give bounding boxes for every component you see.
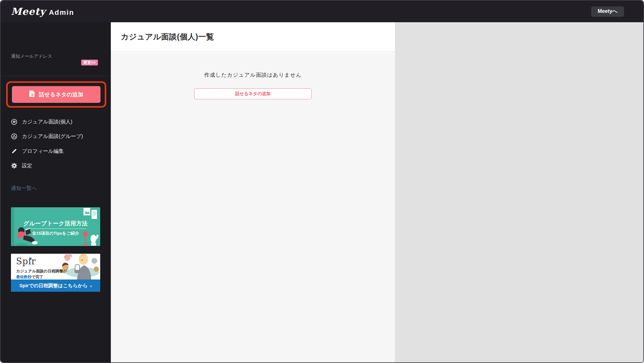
page-title: カジュアル面談(個人)一覧 bbox=[121, 32, 214, 42]
spir-logo: Spir bbox=[16, 256, 36, 266]
sidebar-item-label: カジュアル面談(グループ) bbox=[22, 133, 83, 140]
comment-circle-icon bbox=[11, 119, 17, 125]
spir-cta-label: Spirでの日程調整はこちらから bbox=[19, 283, 88, 289]
empty-state-message: 作成したカジュアル面談はありません bbox=[111, 72, 395, 79]
spir-banner[interactable]: Spir カジュアル面談の日程調整が 最短数秒で完了 Spirでの日程調整はこち… bbox=[11, 254, 100, 292]
sidebar-item-label: 設定 bbox=[22, 162, 32, 169]
gear-icon bbox=[11, 162, 17, 169]
meety-admin-logo: Meety Admin bbox=[11, 6, 74, 17]
sidebar-item-settings[interactable]: 設定 bbox=[11, 161, 32, 171]
group-circle-icon bbox=[11, 133, 17, 140]
go-to-meety-button[interactable]: Meetyへ bbox=[591, 6, 624, 17]
spir-banner-line1: カジュアル面談の日程調整が bbox=[16, 269, 67, 274]
main-content: 作成したカジュアル面談はありません 話せるネタの追加 bbox=[111, 51, 395, 363]
sidebar-item-label: プロフィール編集 bbox=[22, 148, 64, 155]
pencil-icon bbox=[11, 148, 17, 154]
sidebar: 通知メールアドレス 変更>> 話せるネタの追加 bbox=[1, 22, 111, 363]
sidebar-item-casual-interview-personal[interactable]: カジュアル面談(個人) bbox=[11, 117, 72, 127]
notifications-list-link[interactable]: 通知一覧へ bbox=[11, 185, 37, 192]
sidebar-divider bbox=[1, 76, 111, 76]
spir-banner-line2: 最短数秒で完了 bbox=[16, 274, 43, 280]
group-talk-banner-title: グループトーク活用方法 bbox=[11, 220, 100, 227]
chevron-right-icon: › bbox=[90, 283, 92, 289]
add-topic-button-label: 話せるネタの追加 bbox=[39, 91, 83, 98]
sidebar-item-casual-interview-group[interactable]: カジュアル面談(グループ) bbox=[11, 132, 83, 141]
meety-logo-text: Meety bbox=[11, 6, 46, 17]
sidebar-item-profile-edit[interactable]: プロフィール編集 bbox=[11, 146, 64, 156]
spir-logo-dot bbox=[29, 258, 32, 260]
sidebar-item-label: カジュアル面談(個人) bbox=[22, 119, 72, 125]
spir-banner-illustration bbox=[58, 254, 100, 280]
spir-line2-rest: で完了 bbox=[32, 275, 43, 279]
notify-email-label: 通知メールアドレス bbox=[11, 54, 52, 59]
main-header: カジュアル面談(個人)一覧 bbox=[111, 22, 395, 51]
outside-backdrop bbox=[395, 22, 644, 363]
topbar: Meety Admin Meetyへ bbox=[1, 1, 644, 22]
file-plus-icon bbox=[29, 91, 35, 99]
admin-logo-text: Admin bbox=[49, 8, 74, 17]
spir-cta-bar[interactable]: Spirでの日程調整はこちらから › bbox=[11, 280, 100, 292]
app-window: Meety Admin Meetyへ 通知メールアドレス 変更>> 話せるネタの… bbox=[0, 0, 644, 363]
empty-state-add-topic-button[interactable]: 話せるネタの追加 bbox=[194, 88, 312, 99]
add-topic-button[interactable]: 話せるネタの追加 bbox=[12, 86, 101, 103]
group-talk-banner-divider bbox=[25, 229, 86, 229]
change-email-badge[interactable]: 変更>> bbox=[81, 60, 98, 65]
group-talk-banner-subtitle: 全15項目のTipsをご紹介 bbox=[11, 231, 100, 236]
group-talk-banner[interactable]: グループトーク活用方法 全15項目のTipsをご紹介 bbox=[11, 207, 100, 246]
